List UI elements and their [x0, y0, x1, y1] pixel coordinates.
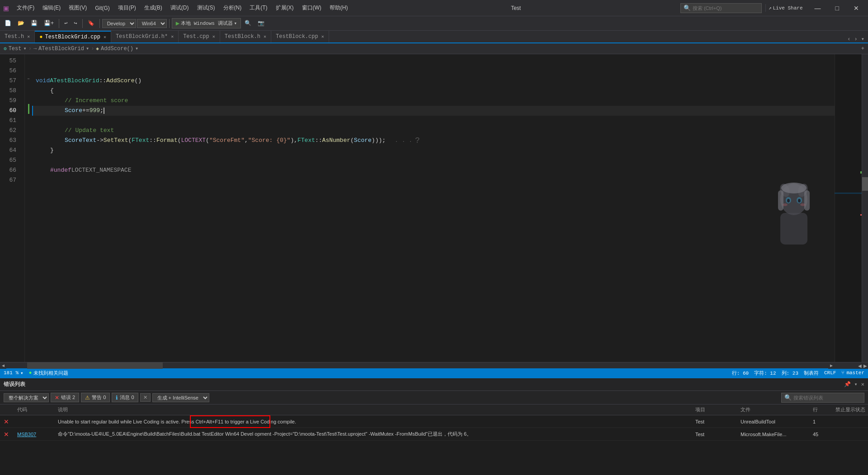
col-line-header[interactable]: 行 — [809, 406, 832, 413]
menu-test[interactable]: 测试(S) — [193, 2, 219, 14]
horizontal-scrollbar[interactable]: ◀ ▶ ◀ ▶ — [0, 362, 868, 368]
menu-window[interactable]: 窗口(W) — [298, 2, 325, 14]
col-code-header[interactable]: 代码 — [14, 406, 54, 413]
toolbar-bookmark-btn[interactable]: 🔖 — [85, 18, 97, 28]
global-search-input[interactable] — [693, 5, 756, 11]
gutter-62 — [25, 124, 32, 134]
tab-scroll-left[interactable]: ‹ — [845, 36, 852, 42]
menu-file[interactable]: 文件(F) — [13, 2, 38, 14]
toolbar-save-btn[interactable]: 💾 — [28, 18, 40, 28]
status-colnum[interactable]: 列: 23 — [782, 370, 798, 376]
breadcrumb-method[interactable]: AddScore() ▾ — [101, 45, 138, 52]
build-config-dropdown[interactable]: Develop — [102, 19, 136, 28]
error-code-link-2[interactable]: MSB307 — [17, 432, 36, 437]
menu-project[interactable]: 项目(P) — [114, 2, 140, 14]
code-editor[interactable]: void ATestBlockGrid::AddScore() { // Inc… — [32, 54, 835, 362]
svg-point-5 — [797, 197, 802, 203]
run-debugger-button[interactable]: ▶ 本地 Windows 调试器 ▾ — [172, 18, 241, 28]
minimize-button[interactable]: — — [809, 3, 826, 14]
panel-close-button[interactable]: ✕ — [861, 381, 864, 388]
toolbar-open-btn[interactable]: 📂 — [15, 18, 27, 28]
toolbar-inspect-btn[interactable]: 🔍 — [242, 18, 254, 28]
status-col[interactable]: 字符: 12 — [754, 370, 776, 376]
msg-filter-button[interactable]: ℹ 消息 0 — [112, 393, 138, 402]
tab-close-testblockgrid-cpp[interactable]: ✕ — [104, 34, 106, 40]
panel-collapse-icon[interactable]: ▾ — [854, 381, 858, 388]
error-row-1-project: Test — [692, 419, 737, 424]
error-row-2[interactable]: ✕ MSB307 命令"D:\moota-UE4\UE_5.0EA\Engine… — [0, 428, 868, 441]
menu-tools[interactable]: 工具(T) — [246, 2, 271, 14]
toolbar-camera-btn[interactable]: 📷 — [255, 18, 267, 28]
run-dropdown-icon[interactable]: ▾ — [234, 20, 237, 26]
tab-test-h[interactable]: Test.h ✕ — [0, 31, 35, 42]
global-search-box[interactable]: 🔍 — [680, 3, 762, 13]
menu-help[interactable]: 帮助(H) — [326, 2, 352, 14]
horizontal-scrollbar-thumb[interactable] — [27, 362, 163, 369]
svg-point-4 — [786, 197, 791, 203]
status-git[interactable]: ⑂ master — [841, 370, 864, 376]
tab-testblockgrid-h[interactable]: TestBlockGrid.h* ✕ — [111, 31, 179, 42]
tab-close-testblockgrid-h[interactable]: ✕ — [171, 34, 174, 39]
clear-filter-button[interactable]: ✕ — [140, 393, 151, 402]
col-file-header[interactable]: 文件 — [737, 406, 809, 413]
scroll-left-arrow[interactable]: ◀ — [0, 362, 6, 369]
menu-analyze[interactable]: 分析(N) — [220, 2, 245, 14]
col-suppress-header[interactable]: 禁止显示状态 — [832, 406, 868, 413]
breadcrumb-add-icon[interactable]: + — [861, 46, 864, 52]
menu-debug[interactable]: 调试(D) — [167, 2, 193, 14]
tab-close-testblock-cpp[interactable]: ✕ — [321, 34, 324, 39]
platform-dropdown[interactable]: Win64 — [137, 19, 167, 28]
warn-filter-button[interactable]: ⚠ 警告 0 — [81, 393, 110, 402]
status-encoding[interactable]: CRLF — [824, 370, 836, 376]
tab-close-test-h[interactable]: ✕ — [27, 34, 30, 39]
menu-git[interactable]: Git(G) — [91, 3, 113, 13]
toolbar-undo-btn[interactable]: ↩ — [61, 18, 70, 28]
toolbar-save-all-btn[interactable]: 💾+ — [41, 18, 57, 28]
tab-scroll-right[interactable]: › — [853, 36, 859, 42]
status-zoom[interactable]: 181 % ▾ — [4, 370, 24, 376]
scrollbar-thumb[interactable] — [862, 177, 868, 191]
scope-dropdown[interactable]: 整个解决方案 — [4, 393, 49, 402]
scroll-right-arrow[interactable]: ▶ — [828, 362, 835, 369]
collapse-button-57[interactable]: − — [27, 77, 29, 81]
status-health[interactable]: ● 未找到相关问题 — [29, 370, 69, 376]
scroll-left-icon[interactable]: ◀ — [858, 363, 862, 368]
breadcrumb-class[interactable]: ATestBlockGrid ▾ — [38, 45, 89, 52]
vertical-scrollbar[interactable] — [862, 54, 868, 362]
tab-close-testblock-h[interactable]: ✕ — [264, 34, 266, 39]
error-row-1[interactable]: ✕ Unable to start regular build while Li… — [0, 415, 868, 428]
error-search-box[interactable]: 🔍 — [781, 393, 864, 403]
gutter-59 — [25, 94, 32, 104]
menu-edit[interactable]: 编辑(E) — [39, 2, 64, 14]
panel-pin-button[interactable]: 📌 — [844, 381, 851, 388]
tab-test-cpp[interactable]: Test.cpp ✕ — [179, 31, 220, 42]
build-filter-dropdown[interactable]: 生成 + IntelliSense — [152, 393, 209, 402]
gutter-63 — [25, 134, 32, 144]
toolbar-new-btn[interactable]: 📄 — [2, 18, 14, 28]
error-filter-button[interactable]: ✕ 错误 2 — [51, 393, 79, 402]
tab-modified-dot: ● — [39, 34, 42, 40]
status-row[interactable]: 行: 60 — [732, 370, 749, 376]
col-project-header[interactable]: 项目 — [692, 406, 737, 413]
menu-build[interactable]: 生成(B) — [141, 2, 166, 14]
tab-testblockgrid-cpp[interactable]: ● TestBlockGrid.cpp ✕ — [35, 31, 111, 42]
col-desc-header[interactable]: 说明 — [54, 406, 692, 413]
tab-testblock-cpp[interactable]: TestBlock.cpp ✕ — [271, 31, 329, 42]
gutter-57[interactable]: − — [25, 74, 32, 84]
scroll-right-icon[interactable]: ▶ — [863, 363, 867, 368]
close-button[interactable]: ✕ — [848, 3, 864, 14]
tab-close-test-cpp[interactable]: ✕ — [212, 34, 215, 39]
error-search-input[interactable] — [793, 395, 861, 400]
comment-increment: // Increment score — [36, 96, 128, 106]
maximize-button[interactable]: □ — [830, 3, 844, 14]
live-share-button[interactable]: ↗ Live Share — [765, 4, 806, 12]
minimap[interactable] — [835, 54, 868, 362]
menu-view[interactable]: 视图(V) — [65, 2, 90, 14]
op-arrow: -> — [96, 136, 104, 146]
breadcrumb-project[interactable]: Test ▾ — [9, 45, 27, 52]
status-tab[interactable]: 制表符 — [804, 370, 819, 376]
menu-extensions[interactable]: 扩展(X) — [272, 2, 297, 14]
tab-dropdown-arrow[interactable]: ▾ — [859, 36, 866, 42]
tab-testblock-h[interactable]: TestBlock.h ✕ — [220, 31, 271, 42]
toolbar-redo-btn[interactable]: ↪ — [71, 18, 80, 28]
